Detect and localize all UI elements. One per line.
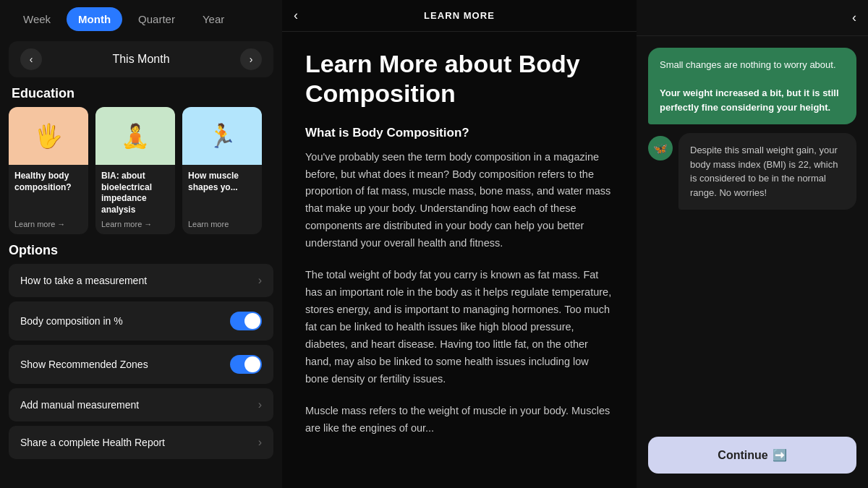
edu-card-img-0: 🖐️ [9,107,88,165]
prev-month-button[interactable]: ‹ [20,48,42,70]
continue-label: Continue [718,449,767,462]
article-body-2: Muscle mass refers to the weight of musc… [305,403,613,437]
options-section-title: Options [9,243,273,258]
right-content: Small changes are nothing to worry about… [637,36,868,428]
edu-card-title-1: BIA: about bioelectrical impedance analy… [101,171,169,215]
chevron-icon-3: › [258,398,262,411]
middle-header-title: LEARN MORE [424,10,495,21]
edu-card-link-1[interactable]: Learn more → [101,220,169,228]
chat-bubble-green: Small changes are nothing to worry about… [648,48,856,124]
option-label-1: Body composition in % [20,315,123,327]
chat-avatar: 🦋 [648,136,673,160]
toggle-recommended-zones[interactable] [230,355,262,374]
edu-card-0[interactable]: 🖐️ Healthy body composition? Learn more … [9,107,88,234]
edu-card-2[interactable]: 🏃 How muscle shapes yo... Learn more [182,107,262,234]
edu-card-1[interactable]: 🧘 BIA: about bioelectrical impedance ana… [95,107,175,234]
middle-panel: ‹ LEARN MORE Learn More about Body Compo… [282,0,637,488]
right-header: ‹ [637,0,868,36]
article-title: Learn More about Body Composition [305,49,613,108]
article-body-0: You've probably seen the term body compo… [305,149,613,253]
chevron-icon-0: › [258,274,262,287]
right-back-button[interactable]: ‹ [852,10,856,25]
article-subtitle-0: What is Body Composition? [305,126,613,140]
tab-bar: Week Month Quarter Year [0,0,282,38]
month-nav: ‹ This Month › [9,41,273,77]
middle-back-button[interactable]: ‹ [294,8,298,23]
option-row-2[interactable]: Show Recommended Zones [9,345,273,384]
next-month-button[interactable]: › [240,48,262,70]
education-cards: 🖐️ Healthy body composition? Learn more … [0,107,282,234]
option-row-4[interactable]: Share a complete Health Report › [9,426,273,459]
toggle-body-composition[interactable] [230,312,262,330]
right-panel: ‹ Small changes are nothing to worry abo… [637,0,868,488]
edu-card-body-2: How muscle shapes yo... Learn more [182,165,262,234]
options-section: Options How to take a measurement › Body… [0,234,282,463]
article-body-1: The total weight of body fat you carry i… [305,267,613,388]
edu-card-body-0: Healthy body composition? Learn more → [9,165,88,234]
education-section-title: Education [0,83,282,107]
continue-button[interactable]: Continue ➡️ [648,437,856,474]
month-nav-title: This Month [112,53,169,66]
option-label-4: Share a complete Health Report [20,437,165,448]
chat-green-text-normal: Small changes are nothing to worry about… [660,59,836,70]
edu-card-link-2[interactable]: Learn more [188,220,256,228]
middle-content: Learn More about Body Composition What i… [282,32,637,488]
edu-card-title-0: Healthy body composition? [14,171,82,193]
option-row-3[interactable]: Add manual measurement › [9,388,273,421]
tab-year[interactable]: Year [191,7,236,31]
option-row-0[interactable]: How to take a measurement › [9,264,273,297]
chevron-icon-4: › [258,436,262,449]
tab-week[interactable]: Week [12,7,62,31]
option-label-0: How to take a measurement [20,275,147,286]
chat-dark-body: Despite this small weight gain, your bod… [690,143,845,200]
option-label-2: Show Recommended Zones [20,359,148,370]
edu-card-title-2: How muscle shapes yo... [188,171,256,193]
tab-month[interactable]: Month [67,7,122,31]
chat-green-text-bold: Your weight increased a bit, but it is s… [660,87,839,113]
continue-emoji: ➡️ [773,448,787,462]
tab-quarter[interactable]: Quarter [127,7,187,31]
option-row-1[interactable]: Body composition in % [9,301,273,341]
middle-header: ‹ LEARN MORE [282,0,637,32]
edu-card-body-1: BIA: about bioelectrical impedance analy… [95,165,175,234]
edu-card-link-0[interactable]: Learn more → [14,220,82,228]
right-footer: Continue ➡️ [637,428,868,488]
avatar-emoji: 🦋 [653,142,668,155]
edu-card-img-1: 🧘 [95,107,175,165]
edu-card-img-2: 🏃 [182,107,262,165]
left-panel: Week Month Quarter Year ‹ This Month › E… [0,0,282,488]
option-label-3: Add manual measurement [20,399,139,411]
chat-bubble-dark: Despite this small weight gain, your bod… [678,133,856,210]
chat-dark-row: 🦋 Despite this small weight gain, your b… [648,133,856,210]
